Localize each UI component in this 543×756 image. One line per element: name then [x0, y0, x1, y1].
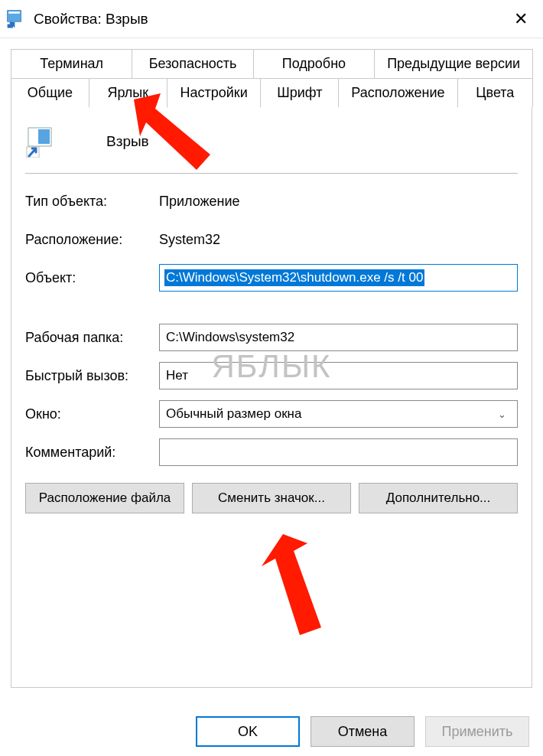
target-value-selected: C:\Windows\System32\shutdown.exe /s /t 0…: [164, 269, 424, 286]
value-type: Приложение: [159, 194, 240, 210]
tab-previous-versions[interactable]: Предыдущие версии: [374, 49, 533, 78]
tab-terminal[interactable]: Терминал: [11, 49, 132, 78]
tab-colors[interactable]: Цвета: [457, 78, 533, 107]
close-button[interactable]: ✕: [514, 9, 528, 29]
change-icon-button[interactable]: Сменить значок...: [192, 483, 351, 513]
apply-button: Применить: [425, 716, 529, 747]
run-dropdown[interactable]: Обычный размер окна ⌄: [159, 400, 518, 428]
tab-settings[interactable]: Настройки: [167, 78, 262, 107]
tab-font[interactable]: Шрифт: [260, 78, 339, 107]
dialog-footer: OK Отмена Применить: [196, 716, 529, 747]
label-hotkey: Быстрый вызов:: [25, 368, 159, 384]
window-icon: [6, 9, 26, 29]
label-comment: Комментарий:: [25, 445, 159, 461]
startin-input[interactable]: [159, 324, 518, 351]
tab-security[interactable]: Безопасность: [132, 49, 253, 78]
value-location: System32: [159, 232, 220, 248]
svg-rect-4: [38, 129, 50, 144]
label-type: Тип объекта:: [25, 194, 159, 210]
open-file-location-button[interactable]: Расположение файла: [25, 483, 184, 513]
ok-button[interactable]: OK: [196, 716, 300, 747]
comment-input[interactable]: [159, 438, 518, 466]
tab-shortcut[interactable]: Ярлык: [89, 78, 167, 108]
tab-strip: Терминал Безопасность Подробно Предыдущи…: [11, 49, 532, 107]
svg-rect-1: [8, 11, 20, 13]
chevron-down-icon: ⌄: [498, 409, 506, 420]
window-title: Свойства: Взрыв: [34, 11, 148, 28]
shortcut-large-icon: [25, 125, 57, 158]
hotkey-input[interactable]: [159, 362, 518, 389]
tab-details[interactable]: Подробно: [253, 49, 375, 78]
tab-panel-shortcut: Взрыв Тип объекта: Приложение Расположен…: [11, 106, 532, 688]
label-target: Объект:: [25, 270, 159, 286]
run-dropdown-value: Обычный размер окна: [166, 406, 301, 422]
tab-general[interactable]: Общие: [11, 78, 89, 107]
tab-layout[interactable]: Расположение: [338, 78, 457, 107]
label-location: Расположение:: [25, 232, 159, 248]
target-input[interactable]: C:\Windows\System32\shutdown.exe /s /t 0…: [159, 264, 518, 292]
cancel-button[interactable]: Отмена: [311, 716, 415, 747]
label-startin: Рабочая папка:: [25, 330, 159, 346]
title-bar: Свойства: Взрыв ✕: [0, 0, 543, 38]
shortcut-name: Взрыв: [106, 133, 149, 150]
advanced-button[interactable]: Дополнительно...: [359, 483, 518, 513]
label-run: Окно:: [25, 406, 159, 422]
